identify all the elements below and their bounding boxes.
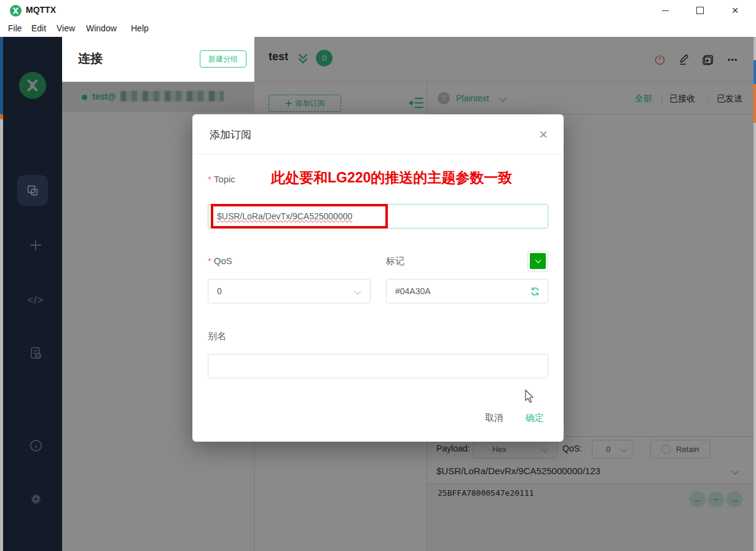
- color-picker-trigger[interactable]: [527, 251, 548, 272]
- qos-label-text: QoS: [214, 256, 232, 266]
- maximize-icon: [696, 7, 704, 14]
- refresh-icon: [530, 286, 540, 297]
- annotation-highlight-box: [211, 204, 388, 229]
- close-icon: ×: [539, 126, 548, 143]
- qos-field-label: *QoS: [208, 256, 232, 266]
- app-logo-icon: [10, 5, 22, 17]
- annotation-text: 此处要和LG220的推送的主题参数一致: [271, 168, 512, 187]
- dialog-close-button[interactable]: ×: [534, 125, 553, 144]
- confirm-button[interactable]: 确定: [526, 412, 544, 424]
- divider: [192, 154, 564, 154]
- menubar: File Edit View Window Help: [0, 21, 756, 37]
- topic-field-label: *Topic: [208, 174, 235, 184]
- mqttx-window: MQTTX × File Edit View Window Help </>: [0, 0, 756, 551]
- titlebar: MQTTX ×: [0, 0, 756, 21]
- mouse-cursor: [524, 389, 535, 407]
- minimize-button[interactable]: [651, 0, 679, 21]
- menu-file[interactable]: File: [8, 23, 22, 33]
- qos-value: 0: [217, 286, 222, 296]
- menu-help[interactable]: Help: [131, 23, 149, 33]
- tag-field-label: 标记: [386, 256, 404, 267]
- right-edge-fringe-blue: [754, 60, 756, 84]
- minimize-icon: [662, 10, 669, 11]
- required-asterisk: *: [208, 174, 211, 184]
- refresh-color-button[interactable]: [530, 286, 540, 299]
- qos-select[interactable]: 0: [208, 279, 371, 303]
- left-edge-fringe-blue: [0, 37, 3, 114]
- add-subscription-dialog: 添加订阅 × *Topic 此处要和LG220的推送的主题参数一致 $USR/L…: [192, 114, 564, 442]
- menu-view[interactable]: View: [57, 23, 75, 33]
- left-edge-fringe-gray: [0, 119, 3, 551]
- alias-field-label: 别名: [208, 330, 226, 342]
- menu-window[interactable]: Window: [86, 23, 117, 33]
- required-asterisk: *: [208, 256, 211, 266]
- new-group-button[interactable]: 新建分组: [200, 50, 246, 68]
- cancel-button[interactable]: 取消: [485, 412, 503, 424]
- maximize-button[interactable]: [686, 0, 714, 21]
- right-edge-fringe-orange: [754, 84, 756, 123]
- connections-title: 连接: [78, 50, 103, 67]
- menu-edit[interactable]: Edit: [31, 23, 46, 33]
- topic-label-text: Topic: [214, 174, 235, 184]
- left-edge-fringe-orange: [0, 114, 3, 119]
- dialog-title: 添加订阅: [210, 128, 251, 142]
- tag-color-input[interactable]: #04A30A: [386, 279, 548, 303]
- alias-input[interactable]: [208, 354, 548, 378]
- chevron-down-icon: [535, 257, 541, 264]
- connections-panel-header: 连接 新建分组: [62, 37, 254, 82]
- chevron-down-icon: [354, 287, 361, 294]
- tag-color-value: #04A30A: [395, 286, 431, 296]
- close-button[interactable]: ×: [721, 0, 749, 21]
- app-title: MQTTX: [26, 5, 56, 15]
- close-icon: ×: [731, 4, 738, 16]
- color-swatch: [530, 253, 546, 269]
